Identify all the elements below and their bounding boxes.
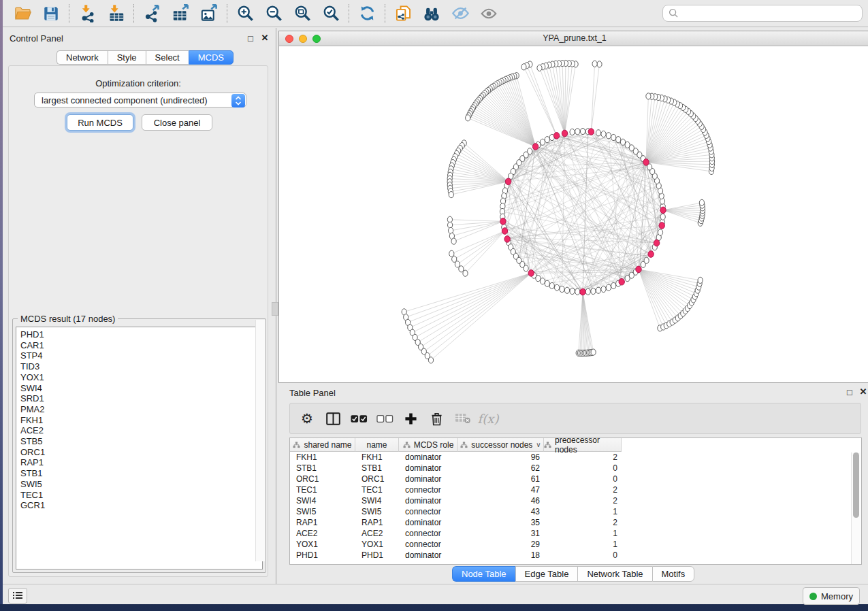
tab-select[interactable]: Select bbox=[146, 50, 189, 65]
zoom-fit-icon[interactable] bbox=[292, 3, 312, 24]
table-row[interactable]: ACE2ACE2connector311 bbox=[290, 528, 861, 539]
mcds-result-item[interactable]: TID3 bbox=[20, 361, 262, 372]
table-cell: SWI5 bbox=[355, 507, 399, 516]
export-network-icon[interactable] bbox=[142, 3, 162, 24]
column-header-shared-name[interactable]: shared name bbox=[290, 438, 355, 452]
table-row[interactable]: PHD1PHD1dominator180 bbox=[290, 550, 861, 561]
eye-icon[interactable] bbox=[479, 3, 499, 24]
table-panel-tabs: Node TableEdge TableNetwork TableMotifs bbox=[452, 566, 694, 582]
duplicate-network-icon[interactable] bbox=[393, 3, 413, 24]
mcds-result-item[interactable]: STB5 bbox=[20, 436, 262, 447]
close-panel-icon[interactable]: ✕ bbox=[259, 33, 270, 43]
hide-panel-icon[interactable] bbox=[450, 3, 470, 24]
float-table-panel-icon[interactable]: □ bbox=[844, 387, 855, 397]
mcds-result-item[interactable]: ACE2 bbox=[20, 425, 262, 436]
column-header-MCDS-role[interactable]: MCDS role bbox=[399, 438, 458, 452]
zoom-in-icon[interactable] bbox=[235, 3, 255, 24]
add-column-icon[interactable] bbox=[402, 410, 419, 427]
table-cell: PHD1 bbox=[355, 550, 399, 560]
table-row[interactable]: RAP1RAP1dominator352 bbox=[290, 517, 861, 528]
export-table-icon[interactable] bbox=[170, 3, 191, 24]
mcds-result-item[interactable]: GCR1 bbox=[20, 500, 262, 511]
zoom-selected-icon[interactable] bbox=[321, 3, 341, 24]
search-box[interactable] bbox=[662, 5, 863, 22]
table-cell: ORC1 bbox=[355, 474, 399, 484]
table-scrollbar-thumb[interactable] bbox=[853, 452, 859, 518]
column-header-predecessor-nodes[interactable]: predecessor nodes bbox=[544, 438, 622, 452]
tab-node-table[interactable]: Node Table bbox=[452, 566, 515, 582]
float-panel-icon[interactable]: □ bbox=[245, 33, 256, 44]
mcds-result-item[interactable]: STB1 bbox=[20, 468, 262, 479]
close-table-panel-icon[interactable]: ✕ bbox=[858, 386, 868, 397]
mcds-result-item[interactable]: ORC1 bbox=[20, 447, 262, 458]
tab-mcds[interactable]: MCDS bbox=[189, 50, 234, 65]
table-cell: 43 bbox=[458, 507, 544, 516]
tab-style[interactable]: Style bbox=[108, 50, 146, 65]
table-cell: 2 bbox=[544, 518, 622, 527]
mcds-result-item[interactable]: YOX1 bbox=[20, 372, 262, 383]
open-session-icon[interactable] bbox=[12, 3, 33, 24]
import-network-icon[interactable] bbox=[77, 3, 97, 24]
status-bar: Memory bbox=[3, 584, 868, 604]
mcds-list-scrollbar[interactable] bbox=[255, 320, 265, 561]
table-row[interactable]: STB1STB1dominator620 bbox=[290, 463, 861, 474]
tab-network-table[interactable]: Network Table bbox=[577, 566, 652, 582]
tab-edge-table[interactable]: Edge Table bbox=[515, 566, 578, 582]
table-row[interactable]: YOX1YOX1connector291 bbox=[290, 539, 861, 550]
table-cell: dominator bbox=[399, 474, 458, 484]
table-row[interactable]: ORC1ORC1dominator610 bbox=[290, 474, 861, 484]
memory-button[interactable]: Memory bbox=[803, 587, 860, 605]
table-scrollbar[interactable] bbox=[851, 452, 861, 565]
column-label: successor nodes bbox=[471, 440, 532, 450]
import-table-icon[interactable] bbox=[106, 3, 126, 24]
tab-network[interactable]: Network bbox=[57, 50, 108, 65]
save-session-icon[interactable] bbox=[41, 3, 61, 24]
task-history-button[interactable] bbox=[8, 588, 27, 604]
table-row[interactable]: TEC1TEC1connector472 bbox=[290, 484, 861, 495]
table-cell: TEC1 bbox=[355, 485, 399, 495]
table-row[interactable]: FKH1FKH1dominator962 bbox=[290, 452, 861, 463]
vertical-splitter-grip[interactable] bbox=[272, 302, 278, 316]
column-header-name[interactable]: name bbox=[355, 438, 399, 452]
table-cell: 18 bbox=[458, 550, 544, 560]
network-window-title: YPA_prune.txt_1 bbox=[279, 33, 868, 43]
search-input[interactable] bbox=[683, 7, 856, 19]
split-columns-icon[interactable] bbox=[324, 410, 342, 427]
zoom-out-icon[interactable] bbox=[263, 3, 284, 24]
network-canvas-svg bbox=[279, 46, 868, 382]
mcds-result-item[interactable]: TEC1 bbox=[20, 490, 262, 501]
mcds-result-item[interactable]: PMA2 bbox=[20, 404, 262, 415]
mcds-result-item[interactable]: CAR1 bbox=[20, 340, 262, 351]
mcds-result-list[interactable]: PHD1CAR1STP4TID3YOX1SWI4SRD1PMA2FKH1ACE2… bbox=[16, 327, 263, 569]
column-header-successor-nodes[interactable]: successor nodes∨ bbox=[458, 438, 544, 452]
tab-motifs[interactable]: Motifs bbox=[652, 566, 695, 582]
search-network-icon[interactable] bbox=[421, 3, 442, 24]
mcds-result-item[interactable]: FKH1 bbox=[20, 415, 262, 426]
table-cell: 96 bbox=[458, 452, 544, 462]
network-canvas[interactable] bbox=[279, 46, 868, 382]
mcds-result-item[interactable]: RAP1 bbox=[20, 457, 262, 468]
close-panel-button[interactable]: Close panel bbox=[142, 114, 212, 131]
refresh-icon[interactable] bbox=[357, 3, 377, 24]
table-cell: dominator bbox=[399, 518, 458, 527]
table-row[interactable]: SWI5SWI5connector431 bbox=[290, 506, 861, 517]
table-row[interactable]: SWI4SWI4dominator462 bbox=[290, 495, 861, 506]
deselect-all-icon[interactable] bbox=[376, 410, 393, 427]
mcds-result-title: MCDS result (17 nodes) bbox=[18, 314, 118, 324]
mcds-result-item[interactable]: SWI4 bbox=[20, 383, 262, 394]
table-cell: ORC1 bbox=[290, 474, 355, 484]
mcds-result-item[interactable]: STP4 bbox=[20, 350, 262, 361]
list-icon bbox=[13, 590, 22, 602]
gear-icon[interactable]: ⚙ bbox=[298, 410, 316, 427]
mcds-result-item[interactable]: SRD1 bbox=[20, 393, 262, 404]
table-panel-title: Table Panel bbox=[289, 388, 336, 398]
run-mcds-button[interactable]: Run MCDS bbox=[67, 114, 133, 131]
criterion-dropdown[interactable]: largest connected component (undirected) bbox=[34, 93, 246, 108]
table-cell: FKH1 bbox=[290, 452, 355, 462]
export-image-icon[interactable] bbox=[199, 3, 219, 24]
delete-column-icon[interactable] bbox=[428, 410, 445, 427]
mcds-result-item[interactable]: SWI5 bbox=[20, 479, 262, 490]
mcds-result-item[interactable]: PHD1 bbox=[20, 329, 262, 340]
network-window-titlebar[interactable]: YPA_prune.txt_1 bbox=[279, 31, 868, 46]
select-all-icon[interactable] bbox=[350, 410, 368, 427]
